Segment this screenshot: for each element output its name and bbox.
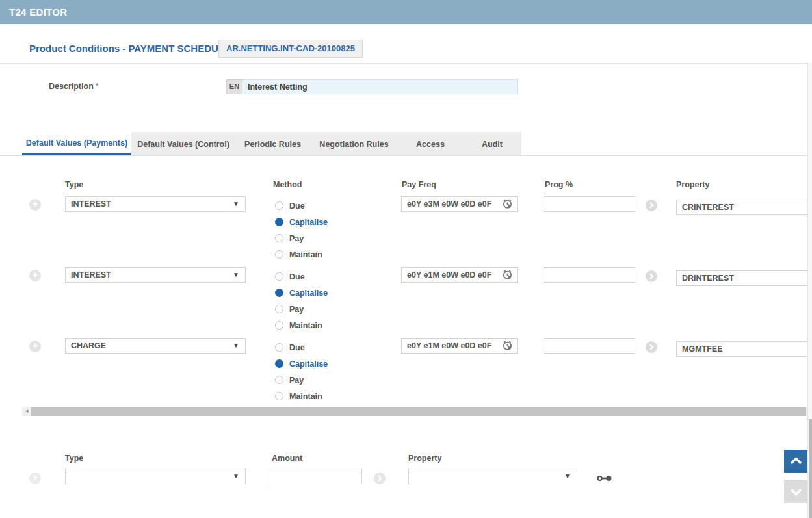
tab-access[interactable]: Access (398, 132, 463, 156)
description-label-text: Description (49, 82, 94, 91)
property-input[interactable] (676, 200, 809, 215)
horizontal-scrollbar-thumb[interactable] (31, 407, 806, 416)
column-header-amount: Amount (272, 454, 302, 463)
description-input[interactable] (242, 79, 518, 94)
prog-pct-input[interactable] (544, 267, 635, 283)
vertical-scrollbar[interactable] (807, 63, 812, 518)
required-asterisk: * (96, 82, 99, 91)
app-title: T24 EDITOR (9, 0, 67, 24)
caret-down-icon: ▼ (233, 268, 239, 282)
method-radio-label: Pay (289, 305, 304, 314)
method-radio-capitalise[interactable]: Capitalise (275, 285, 328, 301)
method-radio-capitalise[interactable]: Capitalise (275, 356, 328, 372)
tab-bar: Default Values (Payments) Default Values… (22, 132, 521, 156)
type-select-value: INTEREST (71, 268, 111, 282)
payment-row: + CHARGE ▼ Due Capitalise Pay Maintain (0, 338, 812, 406)
radio-icon (275, 376, 283, 384)
radio-icon (275, 250, 283, 259)
method-radio-pay[interactable]: Pay (275, 230, 328, 246)
caret-down-icon: ▼ (233, 339, 239, 353)
caret-down-icon: ▼ (233, 197, 239, 211)
type-select-value: INTEREST (71, 197, 111, 211)
method-radio-maintain[interactable]: Maintain (275, 317, 328, 333)
method-radio-label: Maintain (289, 250, 322, 259)
column-header-property: Property (408, 454, 441, 463)
app-header-bar: T24 EDITOR (0, 0, 812, 24)
method-radio-due[interactable]: Due (275, 339, 328, 356)
tab-audit[interactable]: Audit (463, 132, 521, 156)
expand-property-button[interactable] (646, 270, 657, 282)
method-radio-label: Maintain (289, 321, 322, 330)
radio-icon (275, 359, 283, 368)
pay-freq-input[interactable] (401, 196, 518, 212)
record-id-badge: AR.NETTING.INT-CAD-20100825 (218, 40, 363, 58)
tab-periodic-rules[interactable]: Periodic Rules (235, 132, 310, 156)
method-radio-label: Due (289, 272, 305, 281)
radio-icon (275, 289, 283, 297)
type-select[interactable]: INTEREST ▼ (65, 196, 246, 212)
method-radio-due[interactable]: Due (275, 268, 328, 285)
radio-icon (275, 218, 283, 226)
language-prefix-badge: EN (226, 79, 242, 94)
method-radio-pay[interactable]: Pay (275, 301, 328, 317)
column-header-prog-pct: Prog % (545, 180, 573, 189)
prog-pct-input[interactable] (544, 338, 635, 354)
tab-default-values-payments[interactable]: Default Values (Payments) (22, 132, 131, 156)
pay-freq-input[interactable] (401, 267, 518, 283)
expand-property-button[interactable] (374, 473, 386, 484)
property-input[interactable] (676, 270, 809, 286)
type-select-value: CHARGE (71, 339, 106, 353)
caret-down-icon: ▼ (233, 469, 239, 484)
method-radio-pay[interactable]: Pay (275, 372, 328, 388)
method-radio-maintain[interactable]: Maintain (275, 388, 328, 404)
charge-property-select[interactable]: ▼ (408, 469, 577, 484)
divider (0, 63, 812, 64)
prog-pct-input[interactable] (544, 196, 635, 212)
method-radio-label: Pay (289, 376, 304, 385)
amount-input[interactable] (270, 469, 362, 484)
method-radio-due[interactable]: Due (275, 198, 328, 214)
radio-icon (275, 272, 283, 281)
type-select[interactable]: INTEREST ▼ (65, 267, 246, 283)
method-radio-label: Capitalise (289, 289, 328, 298)
horizontal-scrollbar[interactable]: ◄ (22, 407, 807, 416)
radio-icon (275, 305, 283, 313)
expand-property-button[interactable] (646, 200, 657, 211)
column-header-property: Property (676, 180, 709, 189)
charge-type-select[interactable]: ▼ (65, 469, 246, 484)
pay-freq-input[interactable] (401, 338, 518, 354)
column-header-type: Type (65, 180, 83, 189)
scroll-left-arrow-icon[interactable]: ◄ (22, 407, 31, 416)
method-radio-label: Maintain (289, 392, 322, 401)
method-radio-label: Pay (289, 234, 304, 243)
scroll-up-button[interactable] (784, 450, 808, 473)
method-radio-group: Due Capitalise Pay Maintain (275, 198, 328, 263)
tab-negotiation-rules[interactable]: Negotiation Rules (310, 132, 398, 156)
method-radio-label: Capitalise (289, 218, 328, 227)
method-radio-label: Capitalise (289, 359, 328, 369)
radio-icon (275, 343, 283, 352)
payment-row: + INTEREST ▼ Due Capitalise Pay Maintain (0, 267, 812, 335)
method-radio-group: Due Capitalise Pay Maintain (275, 339, 328, 404)
description-label: Description* (49, 82, 99, 91)
type-select[interactable]: CHARGE ▼ (65, 338, 246, 354)
vertical-scrollbar-thumb[interactable] (809, 419, 812, 518)
method-radio-capitalise[interactable]: Capitalise (275, 214, 328, 230)
add-row-button[interactable]: + (29, 199, 41, 211)
column-header-type: Type (65, 454, 83, 463)
scroll-down-button[interactable] (784, 480, 808, 503)
tab-default-values-control[interactable]: Default Values (Control) (131, 132, 235, 156)
payment-row: + INTEREST ▼ Due Capitalise Pay Maintain (0, 196, 812, 265)
column-header-pay-freq: Pay Freq (402, 180, 436, 189)
property-input[interactable] (676, 341, 809, 357)
method-radio-maintain[interactable]: Maintain (275, 246, 328, 263)
method-radio-group: Due Capitalise Pay Maintain (275, 268, 328, 333)
radio-icon (275, 201, 283, 210)
expand-property-button[interactable] (646, 341, 657, 353)
link-icon[interactable] (597, 473, 612, 485)
page-title: Product Conditions - PAYMENT SCHEDULE (29, 43, 231, 54)
add-row-button[interactable]: + (29, 341, 41, 352)
add-row-button[interactable]: + (29, 270, 41, 281)
column-header-method: Method (273, 180, 302, 189)
add-row-button[interactable]: + (29, 473, 41, 484)
